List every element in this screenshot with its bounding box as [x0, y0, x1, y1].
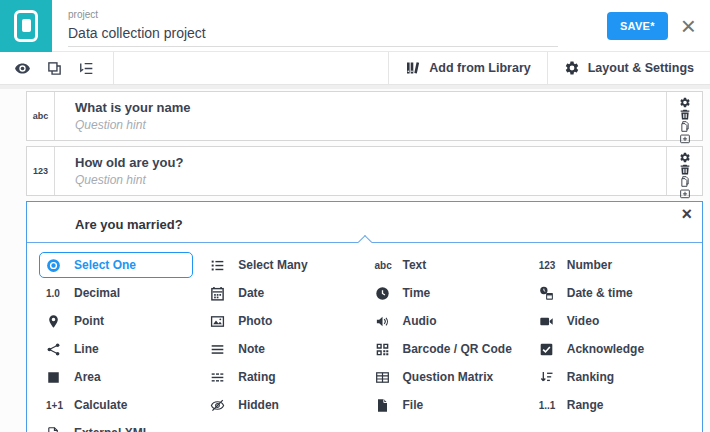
type-item-date-time[interactable]: Date & time: [532, 280, 686, 306]
question-delete-icon[interactable]: [679, 107, 691, 119]
type-item-time[interactable]: Time: [368, 280, 522, 306]
type-item-note[interactable]: Note: [203, 336, 357, 362]
project-name-input[interactable]: [68, 23, 558, 47]
picker-caret-line: [27, 242, 702, 243]
select-one-icon: [46, 258, 68, 273]
type-item-rating[interactable]: Rating: [203, 364, 357, 390]
type-item-label: Video: [567, 314, 599, 328]
question-hint: Question hint: [75, 173, 666, 187]
preview-icon[interactable]: [14, 60, 31, 77]
question-card-how-old-are-you[interactable]: 123How old are you?Question hint: [26, 146, 703, 196]
add-from-library-button[interactable]: Add from Library: [388, 52, 546, 84]
type-item-label: Time: [403, 286, 431, 300]
rating-icon: [210, 370, 232, 385]
type-item-label: Calculate: [74, 398, 127, 412]
type-item-number[interactable]: 123Number: [532, 252, 686, 278]
type-item-label: File: [403, 398, 424, 412]
type-item-select-one[interactable]: Select One: [39, 252, 193, 278]
type-item-label: Date: [238, 286, 264, 300]
external-xml-icon: [46, 426, 68, 432]
video-icon: [539, 314, 561, 329]
type-item-photo[interactable]: Photo: [203, 308, 357, 334]
kobo-logo: [0, 0, 52, 52]
type-item-date[interactable]: Date: [203, 280, 357, 306]
question-body[interactable]: How old are you?Question hint: [55, 147, 666, 195]
question-type-grid: Select OneSelect ManyabcText123Number1.0…: [27, 243, 702, 432]
type-item-label: Note: [238, 342, 265, 356]
type-item-range[interactable]: 1..1Range: [532, 392, 686, 418]
layout-settings-label: Layout & Settings: [588, 61, 694, 75]
type-item-label: Select Many: [238, 258, 307, 272]
type-item-line[interactable]: Line: [39, 336, 193, 362]
clone-icon[interactable]: [46, 60, 63, 77]
type-item-decimal[interactable]: 1.0Decimal: [39, 280, 193, 306]
question-actions: [666, 147, 702, 195]
date-time-icon: [539, 286, 561, 301]
question-duplicate-icon[interactable]: [679, 119, 691, 131]
question-list: abcWhat is your nameQuestion hint123How …: [26, 91, 703, 196]
type-item-label: Barcode / QR Code: [403, 342, 512, 356]
type-item-hidden[interactable]: Hidden: [203, 392, 357, 418]
type-item-label: Range: [567, 398, 604, 412]
project-label: project: [68, 9, 607, 20]
type-item-file[interactable]: File: [368, 392, 522, 418]
type-item-label: Select One: [74, 258, 136, 272]
question-settings-icon[interactable]: [679, 95, 691, 107]
note-icon: [210, 342, 232, 357]
type-item-label: Acknowledge: [567, 342, 644, 356]
new-question-label: Are you married?: [75, 217, 183, 232]
area-icon: [46, 370, 68, 385]
type-item-barcode-qr-code[interactable]: Barcode / QR Code: [368, 336, 522, 362]
photo-icon: [210, 314, 232, 329]
type-item-label: Rating: [238, 370, 275, 384]
date-icon: [210, 286, 232, 301]
group-icon[interactable]: [78, 60, 95, 77]
point-icon: [46, 314, 68, 329]
type-item-ranking[interactable]: Ranking: [532, 364, 686, 390]
type-item-label: Question Matrix: [403, 370, 494, 384]
save-button[interactable]: SAVE*: [607, 12, 668, 40]
builder-toolbar: Add from Library Layout & Settings: [0, 52, 710, 85]
type-item-audio[interactable]: Audio: [368, 308, 522, 334]
type-item-label: Point: [74, 314, 104, 328]
select-many-icon: [210, 258, 232, 273]
type-item-select-many[interactable]: Select Many: [203, 252, 357, 278]
type-item-calculate[interactable]: 1+1Calculate: [39, 392, 193, 418]
question-label: How old are you?: [75, 155, 666, 170]
type-item-acknowledge[interactable]: Acknowledge: [532, 336, 686, 362]
type-item-area[interactable]: Area: [39, 364, 193, 390]
type-item-video[interactable]: Video: [532, 308, 686, 334]
type-item-label: Line: [74, 342, 99, 356]
type-item-text[interactable]: abcText: [368, 252, 522, 278]
type-item-external-xml[interactable]: External XML: [39, 420, 193, 432]
gear-icon: [564, 60, 580, 76]
question-hint: Question hint: [75, 118, 666, 132]
form-canvas: abcWhat is your nameQuestion hint123How …: [0, 89, 710, 432]
question-add-to-library-icon[interactable]: [679, 131, 691, 143]
question-type-label: 123: [27, 147, 55, 195]
layout-settings-button[interactable]: Layout & Settings: [547, 52, 710, 84]
line-icon: [46, 342, 68, 357]
question-delete-icon[interactable]: [679, 162, 691, 174]
question-type-label: abc: [27, 92, 55, 140]
toolbar-left-icons: [0, 52, 114, 84]
type-item-question-matrix[interactable]: Question Matrix: [368, 364, 522, 390]
question-settings-icon[interactable]: [679, 150, 691, 162]
close-builder-icon[interactable]: ×: [668, 13, 710, 39]
question-type-picker: Are you married? × Select OneSelect Many…: [26, 201, 703, 432]
kobo-logo-icon: [14, 10, 38, 42]
audio-icon: [375, 314, 397, 329]
question-label: What is your name: [75, 100, 666, 115]
library-icon: [405, 60, 421, 76]
picker-close-icon[interactable]: ×: [681, 204, 692, 226]
question-body[interactable]: What is your nameQuestion hint: [55, 92, 666, 140]
type-item-point[interactable]: Point: [39, 308, 193, 334]
question-card-what-is-your-name[interactable]: abcWhat is your nameQuestion hint: [26, 91, 703, 141]
file-icon: [375, 398, 397, 413]
range-icon: 1..1: [539, 400, 561, 411]
project-name-block: project: [68, 5, 607, 47]
time-icon: [375, 286, 397, 301]
question-duplicate-icon[interactable]: [679, 174, 691, 186]
question-add-to-library-icon[interactable]: [679, 186, 691, 198]
number-icon: 123: [539, 260, 561, 271]
